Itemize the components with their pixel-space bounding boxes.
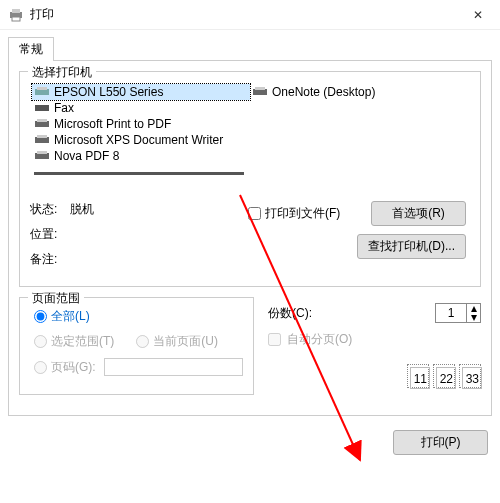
spinner-arrows[interactable]: ▴▾ — [466, 304, 480, 322]
print-to-file-checkbox[interactable] — [248, 207, 261, 220]
find-printer-button[interactable]: 查找打印机(D)... — [357, 234, 466, 259]
printer-item[interactable]: Microsoft XPS Document Writer — [32, 132, 292, 148]
print-button[interactable]: 打印(P) — [393, 430, 488, 455]
printer-item[interactable]: Fax — [32, 100, 252, 116]
page-range-legend: 页面范围 — [28, 290, 84, 307]
dialog-footer: 打印(P) — [0, 424, 500, 461]
page-icon: 33 — [459, 364, 481, 388]
tabstrip: 常规 — [8, 36, 492, 60]
print-to-file-check[interactable]: 打印到文件(F) — [248, 205, 363, 222]
range-all[interactable]: 全部(L) — [34, 308, 243, 325]
window-title: 打印 — [30, 6, 458, 23]
printer-group: 选择打印机 EPSON L550 Series OneNote (Desktop… — [19, 71, 481, 287]
printer-item[interactable]: OneNote (Desktop) — [250, 84, 468, 100]
range-current: 当前页面(U) — [136, 333, 218, 350]
status-note-label: 备注: — [30, 251, 70, 268]
printer-group-legend: 选择打印机 — [28, 64, 96, 81]
page-range-group: 页面范围 全部(L) 选定范围(T) 当前页面(U) 页码(G): — [19, 297, 254, 395]
copies-value: 1 — [436, 306, 466, 320]
svg-rect-1 — [12, 9, 20, 13]
range-pages-radio — [34, 361, 47, 374]
printer-item-selected[interactable]: EPSON L550 Series — [32, 84, 250, 100]
status-loc-label: 位置: — [30, 226, 70, 243]
printer-icon — [252, 86, 268, 98]
copies-label: 份数(C): — [268, 305, 312, 322]
printer-label: Nova PDF 8 — [54, 149, 119, 163]
printer-icon — [34, 150, 50, 162]
printer-label: Microsoft Print to PDF — [54, 117, 171, 131]
tab-general[interactable]: 常规 — [8, 37, 54, 61]
copies-spinner[interactable]: 1 ▴▾ — [435, 303, 481, 323]
range-all-radio[interactable] — [34, 310, 47, 323]
page-icon: 11 — [407, 364, 429, 388]
printer-item[interactable]: Microsoft Print to PDF — [32, 116, 252, 132]
range-current-radio — [136, 335, 149, 348]
page-icon: 22 — [433, 364, 455, 388]
status-state-value: 脱机 — [70, 201, 94, 218]
svg-rect-7 — [35, 105, 49, 111]
print-to-file-label: 打印到文件(F) — [265, 205, 340, 222]
tab-panel: 选择打印机 EPSON L550 Series OneNote (Desktop… — [8, 60, 492, 416]
close-icon: ✕ — [473, 8, 483, 22]
chevron-down-icon[interactable]: ▾ — [467, 313, 480, 322]
range-selection-radio — [34, 335, 47, 348]
svg-rect-13 — [37, 151, 47, 154]
range-current-label: 当前页面(U) — [153, 333, 218, 350]
copies-group: 份数(C): 1 ▴▾ 自动分页(O) 11 22 33 — [268, 297, 481, 405]
preferences-button[interactable]: 首选项(R) — [371, 201, 466, 226]
status-state-label: 状态: — [30, 201, 70, 218]
printer-icon — [8, 7, 24, 23]
printer-icon — [34, 134, 50, 146]
fax-icon — [34, 102, 50, 114]
status-area: 状态:脱机 位置: 备注: 打印到文件(F) 首选项(R) 查找打印机(D)..… — [30, 201, 470, 276]
printer-item[interactable]: Nova PDF 8 — [32, 148, 252, 164]
printer-icon — [34, 118, 50, 130]
svg-rect-6 — [255, 87, 265, 90]
printer-label: Microsoft XPS Document Writer — [54, 133, 223, 147]
close-button[interactable]: ✕ — [458, 0, 498, 30]
range-pages-input — [104, 358, 243, 376]
printer-icon — [34, 86, 50, 98]
printer-list[interactable]: EPSON L550 Series OneNote (Desktop) Fax … — [30, 82, 470, 195]
range-pages-label: 页码(G): — [51, 359, 96, 376]
printer-label: EPSON L550 Series — [54, 85, 163, 99]
lower-columns: 页面范围 全部(L) 选定范围(T) 当前页面(U) 页码(G): 份数(C):… — [19, 297, 481, 405]
range-pages: 页码(G): — [34, 358, 243, 376]
svg-rect-4 — [37, 87, 47, 90]
svg-rect-9 — [37, 119, 47, 122]
collate-check: 自动分页(O) — [268, 331, 481, 348]
scrollbar[interactable] — [34, 172, 244, 175]
range-selection: 选定范围(T) — [34, 333, 114, 350]
printer-label: Fax — [54, 101, 74, 115]
range-all-label: 全部(L) — [51, 308, 90, 325]
collate-preview: 11 22 33 — [268, 364, 481, 388]
status-right: 打印到文件(F) 首选项(R) 查找打印机(D)... — [248, 201, 466, 276]
printer-label: OneNote (Desktop) — [272, 85, 375, 99]
svg-rect-2 — [12, 17, 20, 21]
range-selection-label: 选定范围(T) — [51, 333, 114, 350]
status-labels: 状态:脱机 位置: 备注: — [30, 201, 240, 276]
collate-checkbox — [268, 333, 281, 346]
titlebar: 打印 ✕ — [0, 0, 500, 30]
collate-label: 自动分页(O) — [287, 331, 352, 348]
svg-rect-11 — [37, 135, 47, 138]
